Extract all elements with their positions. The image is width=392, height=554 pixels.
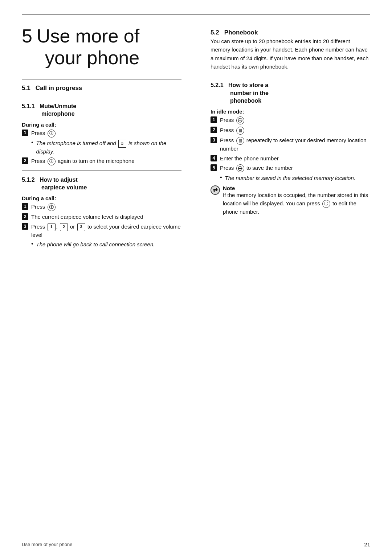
during-call-label-1: During a call: bbox=[22, 122, 181, 128]
chapter-number: 5 bbox=[22, 25, 32, 46]
section-512-title: 5.1.2 How to adjust earpiece volume bbox=[22, 176, 181, 192]
divider-4 bbox=[211, 76, 370, 76]
page: 5Use more of your phone 5.1 Call in prog… bbox=[0, 0, 392, 554]
mute-icon: ⦻ bbox=[118, 140, 126, 148]
step-num-512-3: 3 bbox=[22, 223, 28, 230]
step-num-521-4: 4 bbox=[211, 155, 217, 161]
edit-icon: ⓘ bbox=[322, 200, 330, 208]
step-512-2: 2 The current earpiece volume level is d… bbox=[22, 213, 181, 221]
bullet-dot-3: • bbox=[220, 174, 222, 181]
section-52: 5.2 Phonebook You can store up to 20 pho… bbox=[211, 29, 370, 71]
step-num-512-2: 2 bbox=[22, 213, 28, 220]
step-num-521-5: 5 bbox=[211, 164, 217, 171]
key-2-icon: 2 bbox=[60, 223, 68, 231]
right-column: 5.2 Phonebook You can store up to 20 pho… bbox=[196, 15, 370, 536]
step-num-2: 2 bbox=[22, 157, 28, 164]
section-51: 5.1 Call in progress bbox=[22, 85, 181, 92]
footer-page: 21 bbox=[364, 541, 370, 547]
bullet-text-512: The phone will go back to call connectio… bbox=[36, 241, 181, 249]
key-3-icon: 3 bbox=[77, 223, 85, 231]
bullet-text-521: The number is saved in the selected memo… bbox=[225, 174, 370, 182]
steps-511: 1 Press ⓘ • The microphone is turned off… bbox=[22, 129, 181, 165]
section-511-title: 5.1.1 Mute/Unmute microphone bbox=[22, 102, 181, 118]
step-text-512-3: Press 1, 2 or 3 to select your desired e… bbox=[31, 223, 181, 239]
bullet-text-1: The microphone is turned off and ⦻ is sh… bbox=[36, 139, 181, 156]
menu-icon-2: ▤ bbox=[236, 137, 244, 145]
step-text-521-1: Press ⨁ bbox=[220, 116, 370, 124]
section-511: 5.1.1 Mute/Unmute microphone During a ca… bbox=[22, 102, 181, 165]
step-511-1: 1 Press ⓘ bbox=[22, 129, 181, 138]
bullet-521-1: • The number is saved in the selected me… bbox=[220, 174, 370, 182]
step-num-521-3: 3 bbox=[211, 137, 217, 143]
step-num-521-1: 1 bbox=[211, 116, 217, 123]
chapter-heading: 5Use more of your phone bbox=[22, 25, 181, 69]
divider-1 bbox=[22, 79, 181, 79]
nav-icon-2: ⨁ bbox=[236, 116, 244, 124]
bullet-dot-2: • bbox=[31, 241, 33, 247]
steps-512: 1 Press ⨁ 2 The current earpiece volume … bbox=[22, 203, 181, 249]
step-512-3: 3 Press 1, 2 or 3 to select your desired… bbox=[22, 223, 181, 239]
content-area: 5Use more of your phone 5.1 Call in prog… bbox=[0, 15, 392, 536]
mic-icon-1: ⓘ bbox=[48, 130, 56, 138]
divider-3 bbox=[22, 171, 181, 171]
key-1-icon: 1 bbox=[48, 223, 56, 231]
chapter-title-line2: your phone bbox=[45, 47, 139, 68]
step-text-521-3: Press ▤ repeatedly to select your desire… bbox=[220, 136, 370, 153]
step-text-1: Press ⓘ bbox=[31, 129, 181, 138]
in-idle-mode-label: In idle mode: bbox=[211, 108, 370, 115]
note-icon: ⇄ bbox=[211, 185, 220, 195]
step-num-521-2: 2 bbox=[211, 127, 217, 133]
step-521-1: 1 Press ⨁ bbox=[211, 116, 370, 124]
section-52-label: 5.2 Phonebook bbox=[211, 29, 370, 36]
step-text-2: Press ⓘ again to turn on the microphone bbox=[31, 157, 181, 165]
note-box: ⇄ Note If the memory location is occupie… bbox=[211, 185, 370, 216]
section-512: 5.1.2 How to adjust earpiece volume Duri… bbox=[22, 176, 181, 249]
step-521-2: 2 Press ▤ bbox=[211, 126, 370, 135]
chapter-title-line1: Use more of bbox=[37, 25, 139, 46]
phonebook-description: You can store up to 20 phonebook entries… bbox=[211, 37, 370, 71]
note-text: If the memory location is occupied, the … bbox=[223, 191, 370, 216]
step-text-521-2: Press ▤ bbox=[220, 126, 370, 135]
footer-left: Use more of your phone bbox=[22, 542, 72, 547]
footer: Use more of your phone 21 bbox=[0, 536, 392, 554]
step-521-4: 4 Enter the phone number bbox=[211, 155, 370, 163]
note-label: Note bbox=[223, 185, 370, 191]
section-51-label: 5.1 Call in progress bbox=[22, 85, 82, 91]
nav-icon-3: ⨁ bbox=[236, 164, 244, 172]
left-column: 5Use more of your phone 5.1 Call in prog… bbox=[22, 15, 196, 536]
nav-icon-1: ⨁ bbox=[48, 203, 56, 211]
bullet-512-1: • The phone will go back to call connect… bbox=[31, 241, 181, 249]
step-521-5: 5 Press ⨁ to save the number bbox=[211, 164, 370, 172]
note-content: Note If the memory location is occupied,… bbox=[223, 185, 370, 216]
step-text-512-1: Press ⨁ bbox=[31, 203, 181, 211]
bullet-511-1: • The microphone is turned off and ⦻ is … bbox=[31, 139, 181, 156]
bullet-dot-1: • bbox=[31, 139, 33, 146]
step-512-1: 1 Press ⨁ bbox=[22, 203, 181, 211]
step-num-512-1: 1 bbox=[22, 203, 28, 210]
steps-521: 1 Press ⨁ 2 Press ▤ 3 Press ▤ repeatedly… bbox=[211, 116, 370, 182]
section-521: 5.2.1 How to store a number in the phone… bbox=[211, 81, 370, 216]
step-text-521-4: Enter the phone number bbox=[220, 155, 370, 163]
step-text-512-2: The current earpiece volume level is dis… bbox=[31, 213, 181, 221]
step-511-2: 2 Press ⓘ again to turn on the microphon… bbox=[22, 157, 181, 165]
section-521-title: 5.2.1 How to store a number in the phone… bbox=[211, 81, 370, 105]
step-num-1: 1 bbox=[22, 130, 28, 136]
during-call-label-2: During a call: bbox=[22, 195, 181, 201]
mic-icon-2: ⓘ bbox=[48, 157, 56, 165]
menu-icon-1: ▤ bbox=[236, 127, 244, 135]
step-text-521-5: Press ⨁ to save the number bbox=[220, 164, 370, 172]
step-521-3: 3 Press ▤ repeatedly to select your desi… bbox=[211, 136, 370, 153]
divider-2 bbox=[22, 97, 181, 97]
